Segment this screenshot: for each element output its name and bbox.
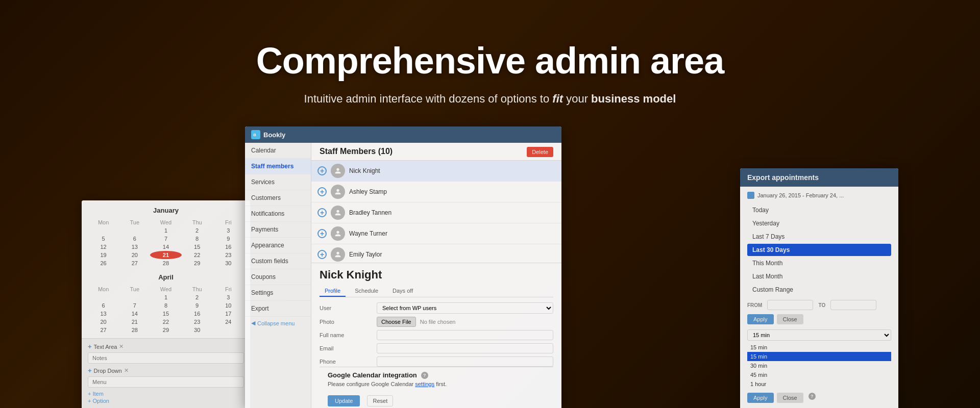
user-select[interactable]: Select from WP users	[377, 302, 553, 314]
staff-add-icon[interactable]: +	[317, 166, 327, 175]
cal-day[interactable]: 28	[119, 326, 150, 334]
mini-option-3[interactable]: 45 min	[747, 370, 891, 379]
cal-day[interactable]: 3	[213, 226, 244, 235]
cal-day[interactable]: 6	[88, 301, 119, 310]
export-option-last-month[interactable]: Last Month	[747, 270, 891, 283]
cal-day[interactable]: 3	[213, 293, 244, 301]
cal-day[interactable]: 20	[88, 318, 119, 326]
sidebar-item-payments[interactable]: Payments	[245, 222, 311, 238]
cal-day[interactable]: 30	[182, 326, 213, 334]
to-date-input[interactable]	[830, 300, 876, 310]
fullname-input[interactable]	[377, 330, 553, 340]
cal-day[interactable]: 12	[88, 243, 119, 251]
staff-add-icon[interactable]: +	[317, 208, 327, 217]
tab-profile[interactable]: Profile	[320, 286, 346, 297]
duration-select[interactable]: 15 min 30 min 45 min 1 hour	[747, 329, 891, 341]
add-item-button[interactable]: + Item	[88, 391, 244, 397]
add-textarea-icon[interactable]: +	[88, 343, 92, 350]
phone-input[interactable]	[377, 356, 553, 367]
staff-row-nick-knight[interactable]: + Nick Knight	[311, 161, 561, 182]
sidebar-item-services[interactable]: Services	[245, 174, 311, 190]
cal-day[interactable]: 1	[150, 226, 181, 235]
staff-add-icon[interactable]: +	[317, 187, 327, 196]
cal-day[interactable]: 28	[150, 259, 181, 267]
sidebar-item-customers[interactable]: Customers	[245, 190, 311, 206]
cal-day[interactable]: 30	[213, 259, 244, 267]
cal-day[interactable]: 27	[88, 326, 119, 334]
cal-day[interactable]: 10	[213, 301, 244, 310]
mini-option-4[interactable]: 1 hour	[747, 379, 891, 389]
apply-button[interactable]: Apply	[747, 314, 774, 324]
cal-day[interactable]: 13	[88, 310, 119, 318]
sidebar-item-custom-fields[interactable]: Custom fields	[245, 253, 311, 269]
export-option-last7days[interactable]: Last 7 Days	[747, 231, 891, 243]
cal-day[interactable]: 21	[119, 318, 150, 326]
cal-day[interactable]: 8	[150, 301, 181, 310]
staff-row-wayne-turner[interactable]: + Wayne Turner	[311, 223, 561, 244]
staff-add-icon[interactable]: +	[317, 250, 327, 259]
reset-button[interactable]: Reset	[367, 395, 393, 406]
sidebar-item-calendar[interactable]: Calendar	[245, 143, 311, 159]
staff-row-emily-taylor[interactable]: + Emily Taylor	[311, 244, 561, 263]
email-input[interactable]	[377, 343, 553, 353]
cal-day[interactable]: 23	[182, 318, 213, 326]
choose-file-button[interactable]: Choose File	[377, 317, 416, 327]
sidebar-item-appearance[interactable]: Appearance	[245, 238, 311, 253]
sidebar-item-settings[interactable]: Settings	[245, 285, 311, 301]
tab-days-off[interactable]: Days off	[387, 286, 418, 297]
cal-day[interactable]: 2	[182, 226, 213, 235]
remove-dropdown-icon[interactable]: ✕	[124, 367, 129, 374]
google-cal-settings-link[interactable]: settings	[415, 381, 434, 387]
cal-day[interactable]: 22	[150, 318, 181, 326]
cal-day[interactable]: 23	[213, 251, 244, 259]
from-date-input[interactable]	[767, 300, 813, 310]
sidebar-item-notifications[interactable]: Notifications	[245, 206, 311, 222]
cal-day[interactable]: 14	[150, 243, 181, 251]
final-close-button[interactable]: Close	[777, 393, 803, 403]
export-date-checkbox[interactable]	[747, 192, 754, 199]
add-dropdown-icon[interactable]: +	[88, 367, 92, 374]
update-button[interactable]: Update	[328, 395, 360, 406]
remove-textarea-icon[interactable]: ✕	[119, 343, 124, 350]
cal-day[interactable]: 24	[213, 318, 244, 326]
cal-day[interactable]: 14	[119, 310, 150, 318]
cal-day[interactable]: 5	[88, 235, 119, 243]
mini-option-selected[interactable]: 15 min	[747, 352, 891, 361]
cal-day[interactable]: 8	[182, 235, 213, 243]
cal-day[interactable]: 19	[88, 251, 119, 259]
staff-row-ashley-stamp[interactable]: + Ashley Stamp	[311, 182, 561, 202]
cal-day[interactable]: 2	[182, 293, 213, 301]
help-icon-right[interactable]: ?	[808, 393, 816, 400]
collapse-menu-button[interactable]: ◀ Collapse menu	[245, 317, 311, 329]
dropdown-field-box[interactable]: Menu	[88, 376, 244, 388]
export-option-today[interactable]: Today	[747, 204, 891, 216]
cal-day[interactable]: 29	[182, 259, 213, 267]
cal-day[interactable]	[88, 226, 119, 235]
google-cal-help-icon[interactable]: ?	[421, 372, 428, 379]
cal-day[interactable]: 17	[213, 310, 244, 318]
delete-button[interactable]: Delete	[527, 147, 553, 157]
cal-day[interactable]: 9	[213, 235, 244, 243]
cal-day[interactable]: 9	[182, 301, 213, 310]
cal-day[interactable]: 6	[119, 235, 150, 243]
cal-day[interactable]	[119, 226, 150, 235]
cal-day-today[interactable]: 21	[150, 251, 181, 259]
cal-day[interactable]: 15	[150, 310, 181, 318]
tab-schedule[interactable]: Schedule	[350, 286, 383, 297]
mini-option-2[interactable]: 30 min	[747, 361, 891, 370]
sidebar-item-export[interactable]: Export	[245, 301, 311, 317]
cal-day[interactable]: 27	[119, 259, 150, 267]
cal-day[interactable]: 7	[150, 235, 181, 243]
cal-day[interactable]: 13	[119, 243, 150, 251]
sidebar-item-coupons[interactable]: Coupons	[245, 269, 311, 285]
cal-day[interactable]	[119, 293, 150, 301]
cal-day[interactable]: 15	[182, 243, 213, 251]
staff-add-icon[interactable]: +	[317, 229, 327, 238]
cal-day[interactable]: 16	[182, 310, 213, 318]
cal-day[interactable]: 26	[88, 259, 119, 267]
cal-day[interactable]: 29	[150, 326, 181, 334]
close-button[interactable]: Close	[777, 314, 803, 324]
export-option-this-month[interactable]: This Month	[747, 257, 891, 269]
export-option-custom-range[interactable]: Custom Range	[747, 284, 891, 296]
cal-day[interactable]	[213, 326, 244, 334]
